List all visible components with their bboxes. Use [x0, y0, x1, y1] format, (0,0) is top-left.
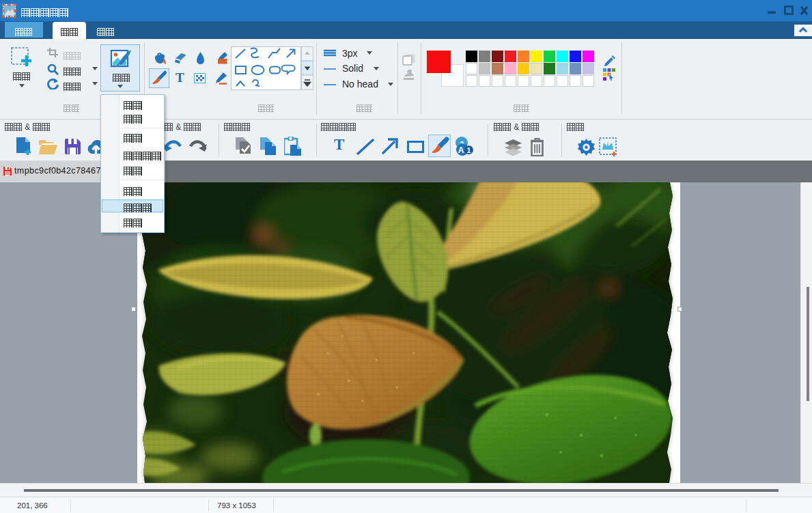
- svg-text:A: A: [458, 145, 464, 155]
- svg-text:1: 1: [467, 146, 471, 154]
